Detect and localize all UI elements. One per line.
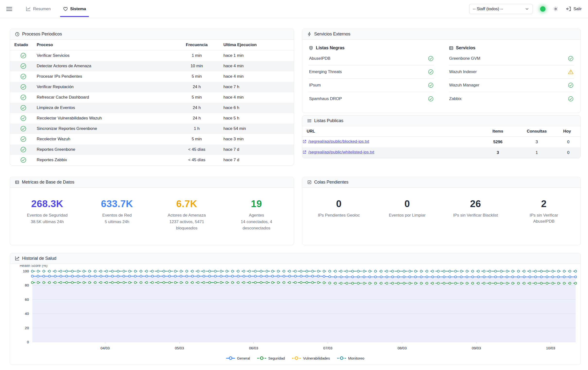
legend-item[interactable]: Seguridad	[257, 356, 285, 360]
logout-button[interactable]: Salir	[566, 6, 582, 12]
panel-servicios-externos: Servicios Externos Listas Negras AbuseIP	[302, 29, 581, 113]
table-row: Sincronizar Reportes Greenbone 1 h hace …	[10, 123, 294, 134]
process-last-run: hace 3 min	[223, 134, 294, 144]
queue-label: IPs sin Verificar AbuseIPDB	[514, 212, 574, 225]
chart-legend: General Seguridad Vulnerabilidades	[10, 356, 580, 362]
check-circle-icon	[20, 136, 26, 142]
svg-text:08/03: 08/03	[398, 346, 407, 350]
service-name: Greenbone GVM	[449, 56, 481, 61]
queue-value: 2	[514, 198, 574, 209]
process-last-run: hace 7 d	[223, 144, 294, 155]
check-circle-icon	[20, 73, 26, 80]
status-icon	[20, 147, 26, 152]
table-row: Detectar Actores de Amenaza 10 min hace …	[10, 61, 294, 71]
process-name: Recolector Wazuh	[37, 134, 170, 144]
server-icon	[449, 46, 454, 51]
process-frequency: 5 min	[170, 71, 223, 82]
check-circle-icon	[428, 96, 434, 102]
warning-triangle-icon	[568, 69, 574, 75]
svg-text:100: 100	[23, 269, 29, 273]
metric-value: 633.7K	[87, 198, 147, 209]
line-chart-icon	[26, 6, 31, 11]
metric-stat: 633.7K Eventos de Red 5 ultimas 24h	[82, 198, 152, 238]
staff-filter-select[interactable]: -- Staff (todos) --	[469, 4, 533, 14]
top-navbar: Resumen Sistema -- Staff (todos) -- Sali…	[0, 0, 588, 18]
theme-toggle-button[interactable]	[553, 6, 559, 12]
hamburger-icon	[6, 7, 12, 8]
table-row: Procesar IPs Pendientes 5 min hace 4 min	[10, 71, 294, 82]
legend-item[interactable]: Monitoreo	[337, 356, 365, 360]
panel-header: Servicios Externos	[302, 29, 580, 40]
tab-label: Resumen	[33, 7, 51, 11]
status-icon	[20, 74, 26, 78]
public-list-link[interactable]: /segreal/api/public/blocked-ips.txt	[302, 139, 369, 144]
table-row: Reportes Zabbix < 45 días hace 7 d	[10, 155, 294, 165]
process-last-run: hace 1 min	[223, 51, 294, 61]
metric-value: 6.7K	[157, 198, 217, 209]
external-link-icon	[302, 139, 307, 144]
servicios-column: Servicios Greenbone GVM	[449, 43, 574, 105]
panel-title: Colas Pendientes	[314, 180, 348, 185]
logout-icon	[566, 6, 571, 12]
table-row: Reportes Greenbone < 45 días hace 7 d	[10, 144, 294, 155]
check-circle-icon	[20, 94, 26, 101]
navbar-right: -- Staff (todos) -- Salir	[469, 4, 582, 14]
legend-label: Seguridad	[268, 356, 285, 360]
list-url: /segreal/api/public/blocked-ips.txt	[308, 139, 369, 144]
process-last-run: hace 54 min	[223, 123, 294, 134]
process-name: Limpieza de Eventos	[37, 103, 170, 113]
status-icon	[428, 82, 434, 88]
metric-label: Actores de Amenaza	[157, 212, 217, 218]
metric-sublabel: 5 ultimas 24h	[87, 219, 147, 225]
subsection-title: Listas Negras	[316, 45, 345, 51]
menu-button[interactable]	[6, 6, 14, 12]
status-icon	[20, 84, 26, 89]
metric-label: Eventos de Seguridad	[17, 212, 78, 218]
metric-stat: 19 Agentes 14 conectados, 4 desconectado…	[221, 198, 291, 238]
panel-title: Historial de Salud	[22, 256, 56, 261]
tab-resumen[interactable]: Resumen	[25, 0, 52, 18]
process-frequency: 5 min	[170, 92, 223, 103]
list-url: /segreal/api/public/whitelisted-ips.txt	[308, 150, 374, 155]
public-list-link[interactable]: /segreal/api/public/whitelisted-ips.txt	[302, 150, 374, 155]
legend-marker-icon	[292, 356, 301, 360]
status-icon	[20, 95, 26, 99]
service-name: Emerging Threats	[309, 69, 342, 74]
metric-value: 19	[226, 198, 287, 209]
status-dot	[540, 6, 546, 12]
subsection-title: Servicios	[456, 45, 475, 51]
process-last-run: hace 4 min	[223, 71, 294, 82]
panel-header: Listas Publicas	[302, 116, 580, 126]
check-circle-icon	[20, 63, 26, 69]
service-name: Wazuh Indexer	[449, 69, 477, 74]
sun-icon	[553, 6, 559, 12]
panel-header: Colas Pendientes	[302, 177, 580, 188]
check-circle-icon	[20, 146, 26, 153]
queue-value: 0	[309, 198, 369, 209]
process-name: Sincronizar Reportes Greenbone	[37, 123, 170, 134]
svg-text:05/03: 05/03	[175, 346, 184, 350]
panel-title: Servicios Externos	[314, 31, 350, 37]
status-icon	[568, 56, 574, 62]
check-circle-icon	[428, 69, 434, 75]
panel-listas-publicas: Listas Publicas URL Items Consultas Hoy	[302, 115, 581, 158]
legend-item[interactable]: Vulnerabilidades	[292, 356, 330, 360]
panel-historial-salud: Historial de Salud Health Score (%)02040…	[10, 253, 581, 365]
legend-item[interactable]: General	[226, 356, 250, 360]
listas-publicas-table: URL Items Consultas Hoy	[302, 126, 580, 158]
process-frequency: 1 min	[170, 51, 223, 61]
check-circle-icon	[20, 52, 26, 59]
table-row: /segreal/api/public/whitelisted-ips.txt …	[302, 147, 580, 158]
table-row: Verificar Servicios 1 min hace 1 min	[10, 51, 294, 61]
queue-label: IPs sin Verificar Blacklist	[445, 212, 506, 218]
panel-title: Metricas de Base de Datos	[22, 180, 74, 185]
tab-sistema[interactable]: Sistema	[62, 0, 87, 18]
check-circle-icon	[20, 115, 26, 121]
col-hoy: Hoy	[556, 126, 580, 137]
legend-label: Vulnerabilidades	[303, 356, 330, 360]
list-today-count: 0	[556, 147, 580, 158]
subsection-header: Servicios	[449, 43, 574, 52]
svg-text:80: 80	[25, 283, 29, 287]
col-items: Items	[478, 126, 517, 137]
process-frequency: 10 min	[170, 61, 223, 71]
